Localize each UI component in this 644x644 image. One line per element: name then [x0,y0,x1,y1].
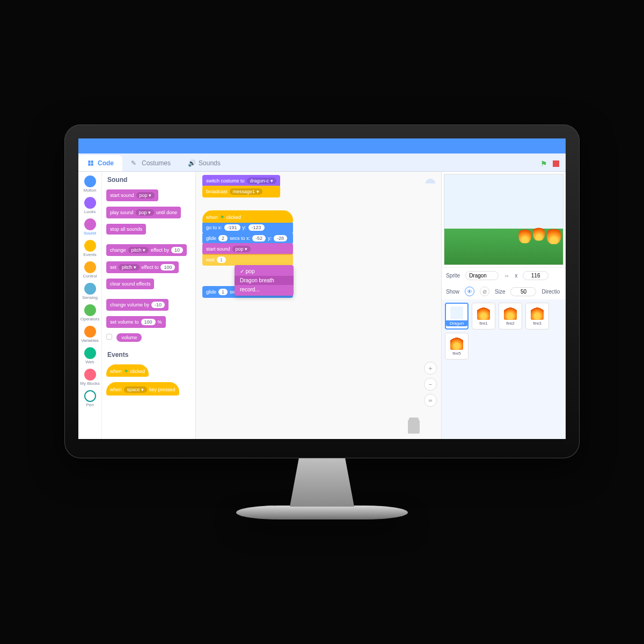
show-button[interactable]: 👁 [465,287,474,296]
palette-header-events: Events [107,351,192,358]
sprite-card-label: fire5 [452,351,461,356]
block-wait-partial[interactable]: wait 1 [202,254,293,266]
category-looks[interactable]: Looks [79,195,101,216]
screen: Code ✎ Costumes 🔊 Sounds ⚑ Motion [78,138,566,439]
sprite-thumb [504,307,517,320]
sound-dropdown-menu[interactable]: pop Dragon breath record... [235,265,294,296]
monitor-base [236,506,408,519]
monitor-bezel: Code ✎ Costumes 🔊 Sounds ⚑ Motion [64,125,580,458]
events-icon [84,240,96,252]
tab-costumes[interactable]: ✎ Costumes [122,155,179,171]
block-change-pitch[interactable]: change pitch ▾ effect by 10 [106,244,187,256]
block-goto-xy[interactable]: go to x: -191 y: -123 [202,222,293,233]
sound-option-dragon-breath[interactable]: Dragon breath [235,276,294,285]
brush-icon: ✎ [131,159,138,167]
category-web[interactable]: Web [79,346,101,366]
direction-label: Directio [541,289,560,295]
script-top[interactable]: switch costume to dragon-c ▾ broadcast m… [202,175,280,197]
sound-option-record[interactable]: record... [235,285,294,294]
sprite-label: Sprite [446,273,460,279]
category-control[interactable]: Control [79,260,101,280]
block-play-sound-until-done[interactable]: play sound pop ▾ until done [106,207,181,218]
hide-button[interactable]: ⊘ [480,287,489,296]
block-when-flag-clicked[interactable]: when ⚑ clicked [106,364,149,377]
sprite-card-label: Dragon [446,320,467,326]
code-icon [87,159,94,167]
tab-costumes-label: Costumes [142,159,171,167]
category-sensing[interactable]: Sensing [79,281,101,302]
block-set-volume[interactable]: set volume to 100 % [106,316,166,328]
block-switch-costume[interactable]: switch costume to dragon-c ▾ [202,175,280,187]
watermark-icon [423,175,438,186]
block-volume-reporter[interactable]: volume [116,333,142,342]
show-label: Show [446,289,459,295]
stage[interactable] [444,174,564,265]
sprite-thumb [531,307,544,320]
variables-icon [84,326,96,338]
block-stop-all-sounds[interactable]: stop all sounds [106,224,146,235]
block-when-key-pressed[interactable]: when space ▾ key pressed [106,382,179,396]
block-start-sound[interactable]: start sound pop ▾ [106,189,158,201]
sprite-name-input[interactable] [465,271,499,280]
palette-header-sound: Sound [107,176,192,184]
green-flag-icon[interactable]: ⚑ [540,159,547,168]
category-variables[interactable]: Variables [79,324,101,345]
category-events[interactable]: Events [79,238,101,259]
block-clear-sound-effects[interactable]: clear sound effects [106,279,154,289]
sprite-size-input[interactable] [510,287,536,296]
canvas-controls: ＋ － ＝ [424,362,437,407]
block-change-volume[interactable]: change volume by -10 [106,299,169,311]
zoom-reset-button[interactable]: ＝ [424,394,437,407]
green-flag-icon: ⚑ [220,215,224,220]
block-glide[interactable]: glide 2 secs to x: -52 y: -28 [202,232,293,244]
check-icon [240,268,246,274]
sprite-card-fire2[interactable]: fire2 [499,303,522,330]
sprite-card-dragon[interactable]: Dragon [445,303,469,330]
category-pen[interactable]: Pen [79,389,101,409]
control-icon [84,261,96,273]
zoom-in-button[interactable]: ＋ [424,362,437,375]
category-motion[interactable]: Motion [79,174,101,194]
speaker-icon: 🔊 [188,159,195,167]
x-label: x [515,273,517,279]
stage-panel: Sprite ↔ x Show 👁 ⊘ Size Directio Dragon… [441,172,566,439]
monitor-stand [290,458,354,507]
block-when-flag-clicked[interactable]: when ⚑ clicked [202,210,293,223]
operators-icon [84,304,96,316]
script-main[interactable]: when ⚑ clicked go to x: -191 y: -123 gli… [202,210,293,298]
zoom-out-button[interactable]: － [424,378,437,391]
web-icon [84,347,96,359]
block-broadcast[interactable]: broadcast message1 ▾ [202,186,280,197]
script-canvas[interactable]: switch costume to dragon-c ▾ broadcast m… [196,172,441,439]
sprite-card-fire3[interactable]: fire3 [525,303,549,330]
category-column: MotionLooksSoundEventsControlSensingOper… [78,172,102,439]
sprite-thumb [477,307,490,320]
tab-code[interactable]: Code [78,155,122,171]
sprite-card-fire1[interactable]: fire1 [472,303,495,330]
sprite-thumb [450,306,463,319]
motion-icon [84,175,96,187]
block-start-sound[interactable]: start sound pop ▾ [202,243,293,255]
trash-icon[interactable] [408,420,420,434]
sprite-x-input[interactable] [523,271,548,280]
category-sound[interactable]: Sound [79,217,101,237]
sprite-card-label: fire1 [479,321,488,326]
block-set-pitch[interactable]: set pitch ▾ effect to 100 [106,261,179,273]
volume-monitor-checkbox[interactable] [106,334,112,340]
sprite-info-panel: Sprite ↔ x Show 👁 ⊘ Size Directio [442,267,566,299]
tab-code-label: Code [98,159,114,167]
sound-option-pop[interactable]: pop [235,267,294,276]
sensing-icon [84,283,96,295]
looks-icon [84,197,96,209]
app-menubar[interactable] [78,138,566,153]
stop-icon[interactable] [553,160,559,167]
sprite-card-label: fire2 [506,321,515,326]
category-my-blocks[interactable]: My Blocks [79,367,101,387]
myblocks-icon [84,369,96,380]
arrows-icon: ↔ [504,273,509,279]
tab-sounds[interactable]: 🔊 Sounds [179,155,229,171]
size-label: Size [495,289,505,295]
category-operators[interactable]: Operators [79,303,101,323]
sprite-card-fire5[interactable]: fire5 [445,333,469,360]
tab-sounds-label: Sounds [199,159,221,167]
